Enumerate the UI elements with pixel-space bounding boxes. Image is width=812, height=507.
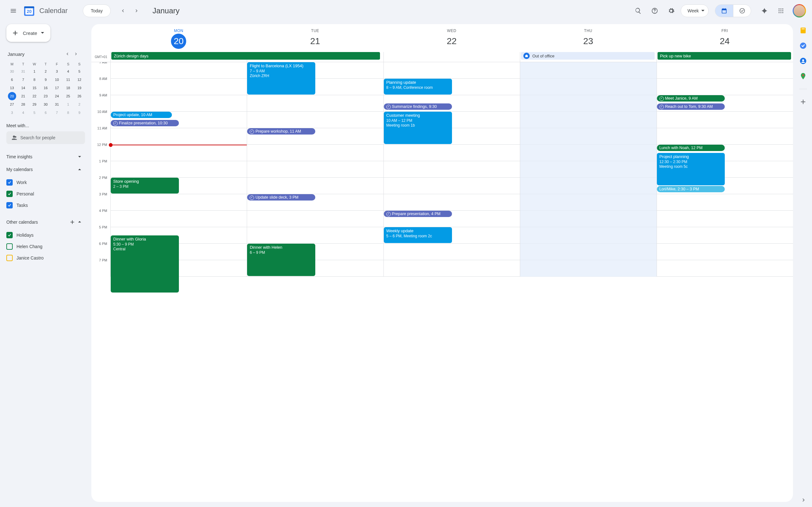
mini-day[interactable]: 18 <box>62 84 74 92</box>
mini-day[interactable]: 7 <box>17 75 28 84</box>
next-period-button[interactable] <box>130 4 144 18</box>
support-button[interactable] <box>648 4 662 18</box>
mini-day[interactable]: 8 <box>62 109 74 117</box>
google-apps-button[interactable] <box>774 4 788 18</box>
mini-day[interactable]: 31 <box>17 67 28 75</box>
mini-day[interactable]: 4 <box>17 109 28 117</box>
mini-day[interactable]: 12 <box>74 75 85 84</box>
account-avatar[interactable] <box>793 4 806 17</box>
event[interactable]: Summarize findings, 9:30 <box>384 103 452 110</box>
mini-next-button[interactable] <box>74 50 82 58</box>
main-menu-button[interactable] <box>6 4 20 18</box>
allday-event[interactable]: Out of office <box>521 52 654 60</box>
mini-day[interactable]: 2 <box>40 67 51 75</box>
mini-day[interactable]: 6 <box>6 75 17 84</box>
search-people-input[interactable]: Search for people <box>6 131 85 144</box>
allday-cell[interactable]: Zürich design days <box>110 52 247 62</box>
mini-day[interactable]: 22 <box>29 92 40 100</box>
plus-icon[interactable] <box>69 219 75 225</box>
time-insights-expander[interactable]: Time insights <box>6 150 85 163</box>
mini-day[interactable]: 28 <box>17 100 28 109</box>
mini-day[interactable]: 20 <box>6 92 17 100</box>
mini-day[interactable]: 14 <box>17 84 28 92</box>
calendar-toggle[interactable]: Janice Castro <box>6 252 85 263</box>
day-column[interactable]: Meet Janice, 9 AMReach out to Tom, 9:30 … <box>657 62 793 277</box>
mini-day[interactable]: 10 <box>51 75 62 84</box>
calendar-mode-button[interactable] <box>715 5 733 17</box>
contacts-button[interactable] <box>799 57 807 65</box>
view-selector[interactable]: Week <box>681 4 708 17</box>
mini-day[interactable]: 6 <box>40 109 51 117</box>
day-header[interactable]: WED22 <box>383 27 520 52</box>
event[interactable]: Lori/Mike, 2:30 – 3 PM <box>657 186 725 192</box>
day-header[interactable]: MON20 <box>110 27 247 52</box>
event[interactable]: Prepare workshop, 11 AM <box>247 128 315 134</box>
day-column[interactable]: Planning update8 – 9 AM, Conference room… <box>383 62 520 277</box>
event[interactable]: Reach out to Tom, 9:30 AM <box>657 103 725 110</box>
mini-day[interactable]: 15 <box>29 84 40 92</box>
mini-day[interactable]: 3 <box>51 67 62 75</box>
mini-day[interactable]: 5 <box>74 67 85 75</box>
hide-side-panel-button[interactable] <box>801 497 807 503</box>
event[interactable]: Dinner with Helen6 – 9 PM <box>247 244 315 276</box>
mini-day[interactable]: 9 <box>74 109 85 117</box>
mini-day[interactable]: 17 <box>51 84 62 92</box>
time-scroll[interactable]: 8 AM9 AM10 AM11 AM12 PM1 PM2 PM3 PM4 PM5… <box>91 62 793 502</box>
allday-event[interactable]: Zürich design days <box>111 52 380 60</box>
prev-period-button[interactable] <box>116 4 130 18</box>
gemini-button[interactable] <box>757 4 771 18</box>
allday-cell[interactable]: Pick up new bike <box>657 52 793 62</box>
event[interactable]: Prepare presentation, 4 PM <box>384 211 452 217</box>
today-button[interactable]: Today <box>83 4 110 17</box>
mini-prev-button[interactable] <box>65 50 74 58</box>
my-calendars-expander[interactable]: My calendars <box>6 163 85 176</box>
create-button[interactable]: Create <box>6 24 50 42</box>
mini-calendar[interactable]: MTWTFSS303112345678910111213141516171819… <box>6 61 85 117</box>
mini-day[interactable]: 23 <box>40 92 51 100</box>
mini-day[interactable]: 3 <box>6 109 17 117</box>
allday-cell[interactable]: Out of office <box>520 52 656 62</box>
mini-day[interactable]: 27 <box>6 100 17 109</box>
mini-day[interactable]: 4 <box>62 67 74 75</box>
event[interactable]: Customer meeting10 AM – 12 PMMeeting roo… <box>384 112 452 144</box>
mini-day[interactable]: 9 <box>40 75 51 84</box>
mini-day[interactable]: 1 <box>62 100 74 109</box>
mini-day[interactable]: 5 <box>29 109 40 117</box>
event[interactable]: Store opening2 – 3 PM <box>111 178 179 193</box>
tasks-mode-button[interactable] <box>733 5 751 17</box>
day-column[interactable] <box>520 62 656 277</box>
search-button[interactable] <box>631 4 645 18</box>
other-calendars-expander[interactable]: Other calendars <box>6 216 85 228</box>
mini-day[interactable]: 29 <box>29 100 40 109</box>
day-header[interactable]: TUE21 <box>247 27 383 52</box>
mini-day[interactable]: 24 <box>51 92 62 100</box>
allday-event[interactable]: Pick up new bike <box>658 52 791 60</box>
mini-day[interactable]: 8 <box>29 75 40 84</box>
keep-button[interactable] <box>799 26 807 34</box>
get-addons-button[interactable] <box>799 98 807 106</box>
calendar-toggle[interactable]: Holidays <box>6 230 85 240</box>
day-header[interactable]: FRI24 <box>657 27 793 52</box>
event[interactable]: Project update, 10 AM <box>111 112 172 118</box>
mini-day[interactable]: 16 <box>40 84 51 92</box>
mini-day[interactable]: 25 <box>62 92 74 100</box>
event[interactable]: Flight to Barcelona (LX 1954)7 – 9 AMZür… <box>247 62 315 95</box>
event[interactable]: Update slide deck, 3 PM <box>247 194 315 201</box>
event[interactable]: Planning update8 – 9 AM, Conference room <box>384 79 452 95</box>
allday-cell[interactable] <box>383 52 520 62</box>
mini-day[interactable]: 2 <box>74 100 85 109</box>
mini-day[interactable]: 31 <box>51 100 62 109</box>
mini-day[interactable]: 1 <box>29 67 40 75</box>
calendar-toggle[interactable]: Helen Chang <box>6 241 85 252</box>
mini-day[interactable]: 7 <box>51 109 62 117</box>
event[interactable]: Lunch with Noah, 12 PM <box>657 145 725 151</box>
day-column[interactable]: Project update, 10 AMFinalize presentati… <box>110 62 247 277</box>
day-column[interactable]: Flight to Barcelona (LX 1954)7 – 9 AMZür… <box>247 62 383 277</box>
mini-day[interactable]: 21 <box>17 92 28 100</box>
calendar-toggle[interactable]: Tasks <box>6 200 85 211</box>
mini-day[interactable]: 26 <box>74 92 85 100</box>
mini-day[interactable]: 19 <box>74 84 85 92</box>
event[interactable]: Weekly update5 – 6 PM, Meeting room 2c <box>384 227 452 243</box>
event[interactable]: Dinner with Gloria5:30 – 9 PMCentral <box>111 235 179 292</box>
day-header[interactable]: THU23 <box>520 27 656 52</box>
